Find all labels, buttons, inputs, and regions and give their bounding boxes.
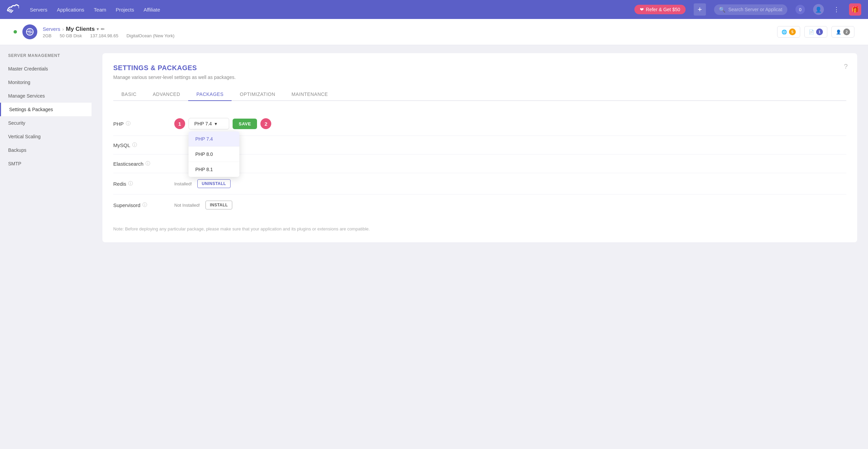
- search-input[interactable]: [728, 7, 783, 12]
- nav-servers[interactable]: Servers: [30, 7, 47, 13]
- redis-content: Installed! UNINSTALL: [174, 179, 846, 188]
- nav-projects[interactable]: Projects: [116, 7, 134, 13]
- redis-uninstall-button[interactable]: UNINSTALL: [197, 179, 231, 188]
- sidebar: Server Management Master Credentials Mon…: [0, 45, 92, 449]
- logo: [7, 4, 19, 15]
- refer-button[interactable]: ❤ Refer & Get $50: [634, 5, 686, 14]
- server-meta: 2GB 50 GB Disk 137.184.98.65 DigitalOcea…: [43, 33, 175, 38]
- plus-icon: +: [698, 5, 702, 14]
- php-option-74[interactable]: PHP 7.4: [189, 131, 239, 147]
- php-dropdown-menu: PHP 7.4 PHP 8.0 PHP 8.1: [189, 131, 239, 177]
- supervisord-not-installed-tag: Not Installed!: [174, 203, 200, 208]
- step-1-badge: 1: [174, 118, 185, 129]
- nav-team[interactable]: Team: [94, 7, 106, 13]
- tabs: BASIC ADVANCED PACKAGES OPTIMIZATION MAI…: [113, 88, 846, 101]
- server-edit-icon[interactable]: ✏: [101, 26, 105, 32]
- nav-affiliate[interactable]: Affiliate: [143, 7, 160, 13]
- note-text: Note: Before deploying any particular pa…: [113, 221, 846, 231]
- redis-info-icon[interactable]: ⓘ: [128, 181, 133, 187]
- redis-label: Redis ⓘ: [113, 181, 167, 187]
- more-options-icon[interactable]: ⋮: [832, 6, 841, 13]
- step-2-badge: 2: [260, 118, 271, 129]
- page-subtitle: Manage various server-level settings as …: [113, 75, 846, 80]
- heart-icon: ❤: [640, 7, 644, 12]
- nav-links: Servers Applications Team Projects Affil…: [30, 7, 160, 13]
- refer-label: Refer & Get $50: [646, 7, 680, 12]
- sidebar-item-manage-services[interactable]: Manage Services: [0, 89, 92, 103]
- help-icon[interactable]: ?: [844, 63, 848, 70]
- supervisord-label: Supervisord ⓘ: [113, 202, 167, 208]
- server-header: Servers › My Clients ▾ ✏ 2GB 50 GB Disk …: [0, 19, 868, 45]
- users-icon: 👤: [836, 29, 841, 35]
- tab-packages[interactable]: PACKAGES: [188, 88, 232, 101]
- elasticsearch-info-icon[interactable]: ⓘ: [145, 161, 150, 167]
- php-info-icon[interactable]: ⓘ: [126, 121, 131, 127]
- stat-sites[interactable]: 🌐 5: [777, 26, 800, 38]
- supervisord-row: Supervisord ⓘ Not Installed! INSTALL: [113, 195, 846, 216]
- nav-applications[interactable]: Applications: [57, 7, 84, 13]
- search-bar: 🔍: [714, 4, 787, 15]
- server-provider: DigitalOcean (New York): [126, 33, 175, 38]
- content-card: ? SETTINGS & PACKAGES Manage various ser…: [102, 53, 857, 242]
- php-dropdown-button[interactable]: PHP 7.4 ▾: [189, 118, 229, 129]
- search-icon: 🔍: [719, 6, 726, 13]
- supervisord-info-icon[interactable]: ⓘ: [142, 202, 147, 208]
- tab-maintenance[interactable]: MAINTENANCE: [283, 88, 336, 101]
- php-dropdown-wrapper: PHP 7.4 ▾ PHP 7.4 PHP 8.0 PHP 8.1: [189, 118, 229, 129]
- server-name: My Clients ▾ ✏: [66, 26, 105, 33]
- notification-badge[interactable]: 0: [795, 5, 805, 14]
- sites-icon: 🌐: [782, 29, 787, 35]
- stat-users[interactable]: 👤 2: [831, 26, 854, 38]
- php-row: PHP ⓘ 1 PHP 7.4 ▾: [113, 112, 846, 136]
- sidebar-item-security[interactable]: Security: [0, 116, 92, 130]
- tab-advanced[interactable]: ADVANCED: [145, 88, 189, 101]
- sidebar-item-smtp[interactable]: SMTP: [0, 157, 92, 170]
- breadcrumb-arrow: ›: [62, 26, 64, 32]
- gift-icon[interactable]: 🎁: [849, 3, 861, 16]
- mysql-info-icon[interactable]: ⓘ: [132, 142, 137, 148]
- sidebar-item-master-credentials[interactable]: Master Credentials: [0, 62, 92, 76]
- users-count: 2: [843, 28, 850, 35]
- sidebar-item-vertical-scaling[interactable]: Vertical Scaling: [0, 130, 92, 143]
- redis-installed-tag: Installed!: [174, 181, 192, 186]
- sidebar-section-title: Server Management: [0, 53, 92, 62]
- plus-button[interactable]: +: [694, 3, 706, 16]
- server-disk: 50 GB Disk: [60, 33, 82, 38]
- php-option-80[interactable]: PHP 8.0: [189, 147, 239, 162]
- php-option-81[interactable]: PHP 8.1: [189, 162, 239, 177]
- main-layout: Server Management Master Credentials Mon…: [0, 45, 868, 449]
- stat-files[interactable]: 📄 1: [804, 26, 827, 38]
- servers-link[interactable]: Servers: [43, 26, 60, 32]
- supervisord-content: Not Installed! INSTALL: [174, 201, 846, 209]
- server-ram: 2GB: [43, 33, 52, 38]
- elasticsearch-label: Elasticsearch ⓘ: [113, 161, 167, 167]
- server-ip: 137.184.98.65: [90, 33, 118, 38]
- sites-count: 5: [789, 28, 796, 35]
- php-label: PHP ⓘ: [113, 121, 167, 127]
- server-icon: [22, 24, 37, 39]
- chevron-down-icon: ▾: [215, 121, 217, 126]
- content-area: ? SETTINGS & PACKAGES Manage various ser…: [92, 45, 868, 449]
- breadcrumb: Servers › My Clients ▾ ✏: [43, 26, 175, 33]
- server-dropdown-icon[interactable]: ▾: [97, 27, 99, 32]
- top-navigation: Servers Applications Team Projects Affil…: [0, 0, 868, 19]
- sidebar-item-monitoring[interactable]: Monitoring: [0, 76, 92, 89]
- php-selected-value: PHP 7.4: [194, 121, 212, 126]
- php-wrapper: 1 PHP 7.4 ▾ PHP 7.4 PHP 8.0 PHP 8.: [174, 118, 271, 129]
- tab-optimization[interactable]: OPTIMIZATION: [232, 88, 283, 101]
- tab-basic[interactable]: BASIC: [113, 88, 145, 101]
- files-count: 1: [816, 28, 823, 35]
- server-stats: 🌐 5 📄 1 👤 2: [777, 26, 854, 38]
- files-icon: 📄: [809, 29, 814, 35]
- sidebar-item-backups[interactable]: Backups: [0, 143, 92, 157]
- mysql-label: MySQL ⓘ: [113, 142, 167, 148]
- sidebar-item-settings-packages[interactable]: Settings & Packages: [0, 103, 92, 116]
- avatar[interactable]: 👤: [813, 4, 824, 15]
- server-status-dot: [14, 30, 17, 34]
- php-content: 1 PHP 7.4 ▾ PHP 7.4 PHP 8.0 PHP 8.: [174, 118, 846, 129]
- save-button[interactable]: SAVE: [233, 119, 257, 129]
- supervisord-install-button[interactable]: INSTALL: [205, 201, 232, 209]
- page-title: SETTINGS & PACKAGES: [113, 64, 846, 72]
